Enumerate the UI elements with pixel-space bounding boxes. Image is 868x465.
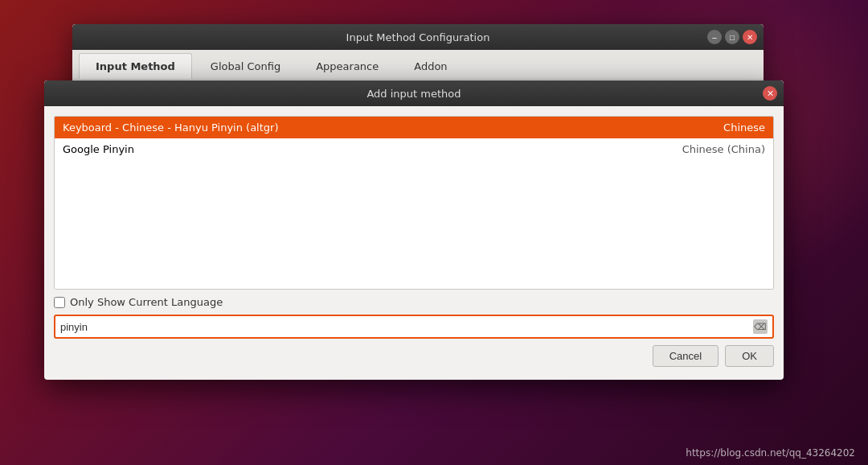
cancel-button[interactable]: Cancel	[653, 345, 719, 367]
dialog-body: Keyboard - Chinese - Hanyu Pinyin (altgr…	[44, 106, 784, 380]
method-row-0[interactable]: Keyboard - Chinese - Hanyu Pinyin (altgr…	[55, 117, 773, 138]
checkbox-row: Only Show Current Language	[54, 290, 774, 315]
ok-button[interactable]: OK	[725, 345, 774, 367]
method-name-1: Google Pinyin	[63, 143, 682, 155]
add-input-method-dialog: Add input method ✕ Keyboard - Chinese - …	[44, 80, 784, 380]
method-list-empty-space	[55, 160, 773, 289]
maximize-button[interactable]: □	[725, 30, 739, 44]
main-window-title: Input Method Configuration	[346, 31, 490, 43]
tab-global-config[interactable]: Global Config	[194, 53, 297, 79]
checkbox-label[interactable]: Only Show Current Language	[70, 296, 223, 308]
tab-addon[interactable]: Addon	[397, 53, 464, 79]
dialog-title: Add input method	[366, 88, 461, 100]
titlebar-buttons: – □ ✕	[707, 30, 757, 44]
main-close-button[interactable]: ✕	[743, 30, 757, 44]
search-clear-button[interactable]: ⌫	[753, 319, 768, 334]
dialog-actions: Cancel OK	[54, 339, 774, 370]
search-input[interactable]	[60, 321, 753, 333]
method-lang-1: Chinese (China)	[682, 143, 765, 155]
method-lang-0: Chinese	[723, 121, 765, 134]
only-show-current-language-checkbox[interactable]	[54, 297, 65, 308]
tab-input-method[interactable]: Input Method	[79, 53, 192, 79]
method-name-0: Keyboard - Chinese - Hanyu Pinyin (altgr…	[63, 121, 723, 134]
tab-appearance[interactable]: Appearance	[299, 53, 395, 79]
main-titlebar: Input Method Configuration – □ ✕	[72, 24, 764, 50]
tab-bar: Input Method Global Config Appearance Ad…	[72, 50, 764, 80]
method-row-1[interactable]: Google Pinyin Chinese (China)	[55, 138, 773, 160]
url-bar: https://blog.csdn.net/qq_43264202	[686, 447, 855, 459]
search-row: ⌫	[54, 315, 774, 339]
dialog-close-button[interactable]: ✕	[763, 86, 777, 101]
minimize-button[interactable]: –	[707, 30, 722, 44]
dialog-titlebar: Add input method ✕	[44, 80, 784, 106]
method-list: Keyboard - Chinese - Hanyu Pinyin (altgr…	[54, 116, 774, 290]
